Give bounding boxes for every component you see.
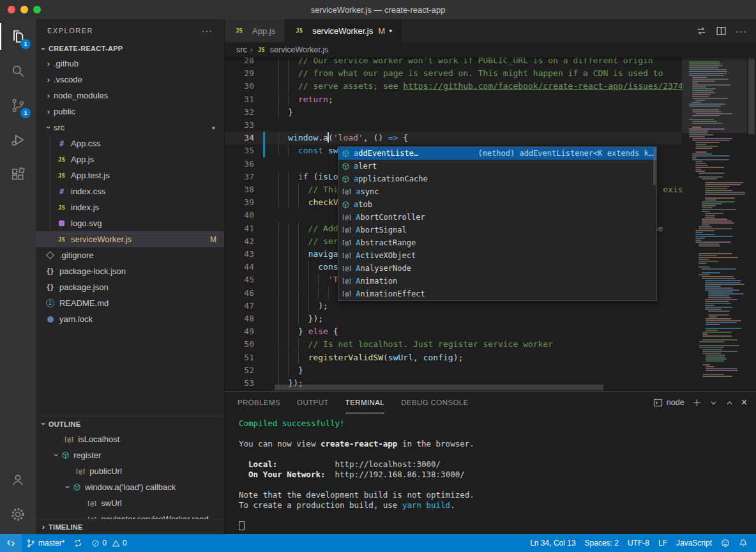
encoding-indicator[interactable]: UTF-8	[623, 534, 654, 552]
sync-button[interactable]	[69, 534, 87, 552]
code-line-33[interactable]: 33	[225, 119, 682, 132]
suggestion-addEventListe…[interactable]: addEventListe…(method) addEventListener<…	[338, 147, 656, 160]
outline-item-register[interactable]: ›register	[36, 447, 224, 463]
account-button[interactable]	[0, 463, 36, 497]
suggestion-async[interactable]: [@]async	[338, 185, 656, 198]
split-editor-icon[interactable]	[716, 26, 727, 36]
minimap[interactable]	[682, 57, 747, 391]
explorer-more-actions-icon[interactable]: ···	[202, 26, 213, 36]
code-line-47[interactable]: 47 );	[225, 300, 682, 312]
tree-item-App.css[interactable]: #App.css	[36, 135, 224, 151]
notifications-button[interactable]	[734, 534, 752, 552]
suggestion-AbstractRange[interactable]: [@]AbstractRange	[338, 236, 656, 249]
terminal-output[interactable]: Compiled successfully! You can now view …	[225, 413, 756, 534]
code-line-31[interactable]: 31 return;	[225, 93, 682, 106]
code-line-51[interactable]: 51 registerValidSW(swUrl, config);	[225, 351, 682, 364]
project-section-header[interactable]: › CREATE-REACT-APP	[36, 42, 224, 56]
code-line-49[interactable]: 49 } else {	[225, 325, 682, 338]
outline-item-window.a('load') callback[interactable]: ›window.a('load') callback	[36, 479, 224, 495]
indentation-indicator[interactable]: Spaces: 2	[580, 534, 623, 552]
activity-source-control-button[interactable]: 1	[0, 88, 36, 123]
suggestion-AbortSignal[interactable]: [@]AbortSignal	[338, 224, 656, 236]
outline-item-publicUrl[interactable]: [@]publicUrl	[36, 463, 224, 479]
panel-tab-problems[interactable]: PROBLEMS	[238, 392, 280, 413]
tree-item-.github[interactable]: ›.github	[36, 56, 224, 72]
tree-item-.vscode[interactable]: ›.vscode	[36, 72, 224, 88]
activity-explorer-button[interactable]: 1	[0, 19, 36, 54]
breadcrumb-folder[interactable]: src	[236, 45, 247, 54]
code-line-32[interactable]: 32 }	[225, 106, 682, 119]
tree-item-README.md[interactable]: README.md	[36, 295, 224, 311]
branch-name: master*	[38, 539, 64, 548]
tree-item-public[interactable]: ›public	[36, 103, 224, 119]
close-panel-button[interactable]: ×	[741, 397, 747, 408]
vertical-scrollbar[interactable]	[747, 57, 756, 391]
panel-tab-debug-console[interactable]: DEBUG CONSOLE	[401, 392, 469, 413]
tree-item-package.json[interactable]: {}package.json	[36, 279, 224, 295]
code-line-34[interactable]: 34 window.a('load', () => {	[225, 132, 682, 144]
file-name: src	[54, 123, 64, 132]
suggest-scrollbar[interactable]	[653, 148, 656, 185]
cursor-position[interactable]: Ln 34, Col 13	[525, 534, 580, 552]
suggestion-ActiveXObject[interactable]: [@]ActiveXObject	[338, 249, 656, 262]
code-line-28[interactable]: 28 // Our service worker won't work if P…	[225, 57, 682, 67]
horizontal-scrollbar[interactable]	[268, 385, 682, 391]
code-line-29[interactable]: 29 // from what our page is served on. T…	[225, 67, 682, 80]
tree-item-yarn.lock[interactable]: yarn.lock	[36, 311, 224, 327]
code-line-30[interactable]: 30 // serve assets; see https://github.c…	[225, 80, 682, 93]
code-editor[interactable]: 28 // Our service worker won't work if P…	[225, 57, 756, 391]
outline-item-isLocalhost[interactable]: [@]isLocalhost	[36, 431, 224, 447]
suggestion-Animation[interactable]: [@]Animation	[338, 275, 656, 288]
code-line-50[interactable]: 50 // Is not localhost. Just register se…	[225, 338, 682, 351]
file-name: README.md	[59, 298, 109, 308]
suggestion-applicationCache[interactable]: applicationCache	[338, 172, 656, 185]
line-number: 36	[225, 158, 254, 171]
suggestion-AnimationEffect[interactable]: [@]AnimationEffect	[338, 288, 656, 300]
activity-extensions-button[interactable]	[0, 157, 36, 192]
tree-item-index.js[interactable]: JSindex.js	[36, 199, 224, 215]
zoom-window-button[interactable]	[33, 6, 41, 13]
tree-item-src[interactable]: ›src●	[36, 119, 224, 135]
remote-indicator[interactable]	[0, 534, 22, 552]
problems-indicator[interactable]: 0 0	[87, 534, 131, 552]
minimize-window-button[interactable]	[20, 6, 28, 13]
maximize-panel-button[interactable]	[725, 399, 734, 407]
tree-item-App.test.js[interactable]: JSApp.test.js	[36, 167, 224, 183]
tree-item-logo.svg[interactable]: logo.svg	[36, 215, 224, 231]
panel-tab-terminal[interactable]: TERMINAL	[345, 392, 384, 413]
language-mode[interactable]: JavaScript	[672, 534, 716, 552]
feedback-button[interactable]	[716, 534, 734, 552]
code-line-52[interactable]: 52 }	[225, 364, 682, 377]
more-actions-icon[interactable]: ···	[736, 26, 747, 36]
git-branch-indicator[interactable]: master*	[22, 534, 69, 552]
panel-tab-output[interactable]: OUTPUT	[297, 392, 329, 413]
activity-run-debug-button[interactable]	[0, 123, 36, 157]
tab-serviceworker-js[interactable]: JS serviceWorker.js M ●	[285, 19, 401, 42]
breadcrumb[interactable]: src › JS serviceWorker.js	[225, 42, 756, 57]
outline-section-header[interactable]: › OUTLINE	[36, 416, 224, 431]
settings-button[interactable]	[0, 497, 36, 532]
breadcrumb-file[interactable]: serviceWorker.js	[270, 45, 328, 54]
terminal-shell-select[interactable]: node	[653, 398, 684, 408]
code-line-48[interactable]: 48 });	[225, 312, 682, 325]
suggestion-atob[interactable]: atob	[338, 198, 656, 211]
tree-item-App.js[interactable]: JSApp.js	[36, 151, 224, 167]
outline-item-navigator.serviceWorker.read[interactable]: [@]navigator.serviceWorker.read	[36, 511, 224, 519]
tree-item-serviceWorker.js[interactable]: JSserviceWorker.jsM	[36, 231, 224, 247]
tree-item-.gitignore[interactable]: .gitignore	[36, 247, 224, 263]
outline-item-swUrl[interactable]: [@]swUrl	[36, 495, 224, 511]
tree-item-node_modules[interactable]: ›node_modules	[36, 88, 224, 103]
activity-search-button[interactable]	[0, 54, 36, 88]
tab-app-js[interactable]: JS App.js	[225, 19, 285, 42]
timeline-section-header[interactable]: › TIMELINE	[36, 519, 224, 534]
new-terminal-button[interactable]	[692, 398, 702, 408]
tree-item-index.css[interactable]: #index.css	[36, 183, 224, 199]
close-window-button[interactable]	[8, 6, 15, 13]
suggestion-AbortController[interactable]: [@]AbortController	[338, 211, 656, 224]
suggestion-alert[interactable]: alert	[338, 160, 656, 172]
suggestion-AnalyserNode[interactable]: [@]AnalyserNode	[338, 262, 656, 275]
terminal-dropdown-button[interactable]	[709, 399, 718, 407]
eol-indicator[interactable]: LF	[654, 534, 672, 552]
compare-changes-icon[interactable]	[696, 26, 707, 36]
tree-item-package-lock.json[interactable]: {}package-lock.json	[36, 263, 224, 279]
